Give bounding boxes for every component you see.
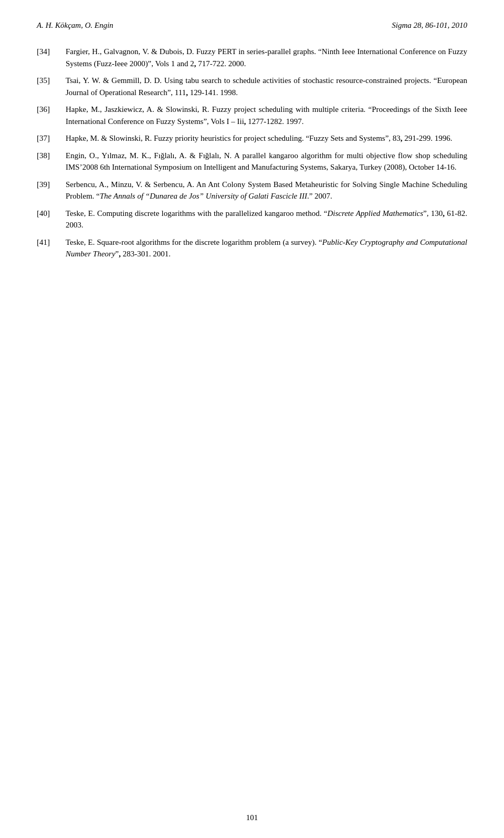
ref-number-35: [35] — [37, 75, 66, 98]
ref-content-38: Engin, O., Yılmaz, M. K., Fığlalı, A. & … — [66, 150, 467, 173]
ref-number-41: [41] — [37, 236, 66, 260]
header-author: A. H. Kökçam, O. Engin — [37, 21, 113, 30]
page-footer: 101 — [0, 813, 504, 822]
list-item: [36] Hapke, M., Jaszkiewicz, A. & Slowin… — [37, 104, 467, 127]
list-item: [38] Engin, O., Yılmaz, M. K., Fığlalı, … — [37, 150, 467, 173]
list-item: [37] Hapke, M. & Slowinski, R. Fuzzy pri… — [37, 132, 467, 144]
ref-content-41: Teske, E. Square-root algorithms for the… — [66, 236, 467, 260]
references-list: [34] Fargier, H., Galvagnon, V. & Dubois… — [37, 46, 467, 260]
page: A. H. Kökçam, O. Engin Sigma 28, 86-101,… — [0, 0, 504, 838]
list-item: [40] Teske, E. Computing discrete logari… — [37, 208, 467, 231]
ref-content-36: Hapke, M., Jaszkiewicz, A. & Slowinski, … — [66, 104, 467, 127]
list-item: [41] Teske, E. Square-root algorithms fo… — [37, 236, 467, 260]
ref-content-34: Fargier, H., Galvagnon, V. & Dubois, D. … — [66, 46, 467, 69]
list-item: [35] Tsai, Y. W. & Gemmill, D. D. Using … — [37, 75, 467, 98]
page-number: 101 — [246, 813, 258, 822]
ref-number-37: [37] — [37, 132, 66, 144]
ref-number-36: [36] — [37, 104, 66, 127]
ref-content-39: Serbencu, A., Minzu, V. & Serbencu, A. A… — [66, 179, 467, 202]
list-item: [39] Serbencu, A., Minzu, V. & Serbencu,… — [37, 179, 467, 202]
page-header: A. H. Kökçam, O. Engin Sigma 28, 86-101,… — [37, 21, 467, 30]
ref-number-39: [39] — [37, 179, 66, 202]
ref-content-37: Hapke, M. & Slowinski, R. Fuzzy priority… — [66, 132, 467, 144]
ref-number-38: [38] — [37, 150, 66, 173]
header-journal: Sigma 28, 86-101, 2010 — [392, 21, 467, 30]
ref-number-34: [34] — [37, 46, 66, 69]
ref-number-40: [40] — [37, 208, 66, 231]
ref-content-40: Teske, E. Computing discrete logarithms … — [66, 208, 467, 231]
list-item: [34] Fargier, H., Galvagnon, V. & Dubois… — [37, 46, 467, 69]
ref-content-35: Tsai, Y. W. & Gemmill, D. D. Using tabu … — [66, 75, 467, 98]
